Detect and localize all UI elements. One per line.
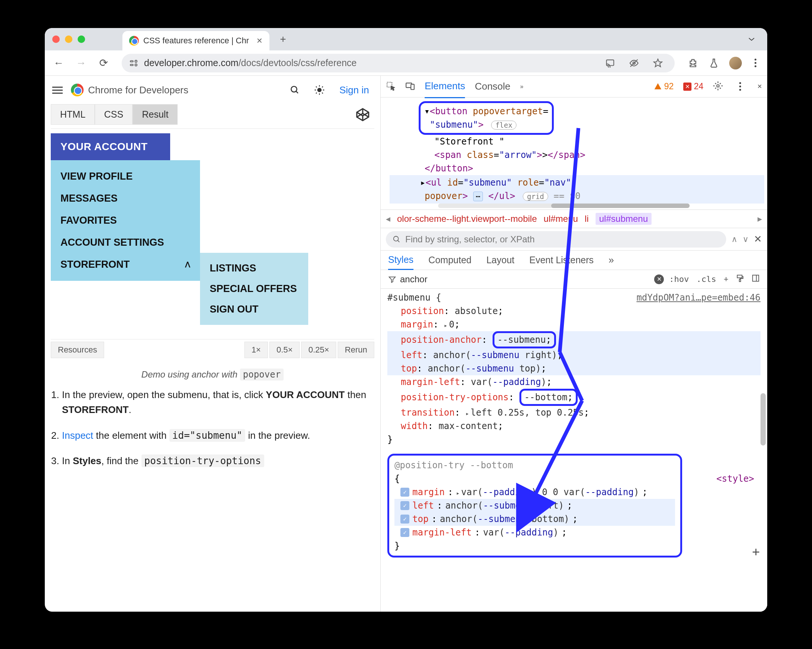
more-tabs-icon[interactable]: » — [520, 83, 524, 90]
demo-tab-result[interactable]: Result — [133, 104, 178, 125]
browser-tab[interactable]: CSS features reference | Chr ✕ — [122, 31, 269, 51]
checkbox-icon[interactable]: ✓ — [400, 501, 409, 510]
zoom-025x[interactable]: 0.25× — [301, 342, 336, 358]
chevron-left-icon[interactable]: ◂ — [386, 214, 390, 224]
menu-item[interactable]: FAVORITES — [59, 210, 192, 231]
breadcrumb-item[interactable]: li — [585, 214, 589, 224]
css-property[interactable]: ✓margin-left: var(--padding); — [394, 526, 675, 539]
warnings-badge[interactable]: 92 — [654, 81, 674, 92]
css-property[interactable]: position-try-options: --bottom; — [387, 389, 760, 406]
menu-icon[interactable] — [52, 87, 63, 94]
dom-selected-ul[interactable]: ▸<ul id="submenu" role="nav" popover> ⋯ … — [389, 175, 764, 204]
grid-badge[interactable]: grid — [523, 192, 548, 201]
labs-icon[interactable] — [705, 54, 723, 72]
source-link[interactable]: mdYdpOM?ani…pe=embed:46 — [636, 291, 760, 304]
hov-toggle[interactable]: :hov — [669, 274, 689, 284]
settings-gear-icon[interactable] — [713, 81, 723, 92]
elements-tab[interactable]: Elements — [425, 80, 465, 98]
forward-button[interactable]: → — [72, 54, 90, 72]
css-property[interactable]: margin: ▸0; — [387, 318, 760, 331]
css-property[interactable]: ✓margin: ▸var(--padding) 0 0 var(--paddi… — [394, 485, 675, 499]
submenu-item[interactable]: SPECIAL OFFERS — [208, 279, 300, 299]
new-tab-button[interactable]: + — [280, 33, 286, 45]
back-button[interactable]: ← — [49, 54, 68, 72]
new-rule-icon[interactable]: + — [723, 274, 728, 284]
devtools-vertical-scrollbar[interactable] — [760, 76, 766, 612]
submenu-item[interactable]: SIGN OUT — [208, 299, 300, 320]
event-listeners-tab[interactable]: Event Listeners — [530, 255, 594, 269]
menu-item[interactable]: MESSAGES — [59, 187, 192, 210]
flex-badge[interactable]: flex — [491, 121, 516, 130]
resources-button[interactable]: Resources — [51, 342, 104, 358]
extensions-icon[interactable] — [684, 54, 702, 72]
window-close[interactable] — [52, 35, 60, 43]
eye-off-icon[interactable] — [625, 54, 643, 72]
demo-tab-css[interactable]: CSS — [95, 104, 133, 125]
bookmark-star-icon[interactable] — [649, 54, 667, 72]
css-property[interactable]: top: anchor(--submenu top); — [387, 362, 760, 375]
chrome-menu-icon[interactable] — [748, 59, 763, 67]
device-toolbar-icon[interactable] — [405, 81, 415, 92]
css-property[interactable]: position: absolute; — [387, 304, 760, 318]
dom-breadcrumb[interactable]: ◂ olor-scheme--light.viewport--mobile ul… — [381, 210, 767, 228]
search-icon[interactable] — [287, 82, 303, 98]
more-styles-tabs-icon[interactable]: » — [609, 254, 614, 266]
styles-filter-input[interactable]: anchor — [388, 274, 649, 285]
window-menu-icon[interactable] — [743, 32, 760, 46]
css-property[interactable]: left: anchor(--submenu right); — [387, 348, 760, 362]
dom-scrollbar[interactable] — [438, 204, 690, 208]
styles-tab[interactable]: Styles — [388, 254, 414, 270]
inspect-element-icon[interactable] — [386, 81, 395, 92]
checkbox-icon[interactable]: ✓ — [400, 514, 409, 523]
css-property[interactable]: ✓top: anchor(--submenu bottom); — [394, 512, 675, 526]
expand-dots-icon[interactable]: ⋯ — [473, 191, 483, 201]
style-source-link[interactable]: <style> — [716, 472, 754, 485]
menu-item[interactable]: VIEW PROFILE — [59, 165, 192, 187]
checkbox-icon[interactable]: ✓ — [400, 488, 409, 497]
layout-tab[interactable]: Layout — [486, 255, 514, 269]
tab-close-icon[interactable]: ✕ — [256, 36, 263, 45]
profile-avatar[interactable] — [729, 57, 742, 69]
find-next-icon[interactable]: ∨ — [743, 234, 749, 244]
styles-rules[interactable]: #submenu {mdYdpOM?ani…pe=embed:46 positi… — [381, 289, 767, 565]
window-minimize[interactable] — [65, 35, 72, 43]
submenu-item[interactable]: LISTINGS — [208, 258, 300, 279]
css-property[interactable]: ✓left: anchor(--submenu left); — [394, 499, 675, 512]
dom-tree[interactable]: ▾<button popovertarget= "submenu"> flex … — [381, 98, 767, 210]
theme-icon[interactable] — [311, 82, 328, 98]
find-prev-icon[interactable]: ∧ — [731, 234, 737, 244]
computed-tab[interactable]: Computed — [428, 255, 471, 269]
menu-header[interactable]: YOUR ACCOUNT — [51, 133, 170, 160]
clear-filter-icon[interactable]: ✕ — [654, 274, 664, 284]
window-zoom[interactable] — [78, 35, 85, 43]
signin-link[interactable]: Sign in — [340, 84, 369, 96]
menu-item-storefront[interactable]: STOREFRONTᐱ — [59, 254, 192, 276]
zoom-05x[interactable]: 0.5× — [269, 342, 300, 358]
codepen-icon[interactable] — [356, 107, 370, 122]
find-input[interactable]: Find by string, selector, or XPath — [386, 231, 726, 248]
errors-badge[interactable]: ✕ 24 — [683, 81, 704, 92]
paint-icon[interactable] — [736, 274, 744, 285]
cls-toggle[interactable]: .cls — [696, 274, 716, 284]
css-property[interactable]: transition: ▸left 0.25s, top 0.25s; — [387, 406, 760, 419]
site-settings-icon[interactable] — [129, 58, 139, 68]
devtools-menu-icon[interactable] — [733, 82, 748, 91]
zoom-1x[interactable]: 1× — [244, 342, 268, 358]
site-logo[interactable]: Chrome for Developers — [71, 84, 188, 96]
cast-icon[interactable] — [601, 54, 620, 72]
console-tab[interactable]: Console — [475, 81, 510, 98]
omnibox[interactable]: developer.chrome.com/docs/devtools/css/r… — [122, 54, 675, 72]
add-rule-icon[interactable]: + — [752, 542, 760, 561]
computed-panel-icon[interactable] — [751, 274, 760, 285]
css-property[interactable]: margin-left: var(--padding); — [387, 375, 760, 389]
css-property[interactable]: position-anchor: --submenu; — [387, 331, 760, 348]
breadcrumb-item-selected[interactable]: ul#submenu — [595, 213, 652, 225]
checkbox-icon[interactable]: ✓ — [400, 528, 409, 537]
inspect-link[interactable]: Inspect — [62, 430, 93, 441]
rerun-button[interactable]: Rerun — [338, 342, 374, 358]
demo-tab-html[interactable]: HTML — [51, 104, 95, 125]
css-property[interactable]: width: max-content; — [387, 419, 760, 433]
menu-item[interactable]: ACCOUNT SETTINGS — [59, 231, 192, 254]
breadcrumb-item[interactable]: ul#menu — [544, 214, 578, 224]
reload-button[interactable]: ⟳ — [94, 54, 113, 72]
